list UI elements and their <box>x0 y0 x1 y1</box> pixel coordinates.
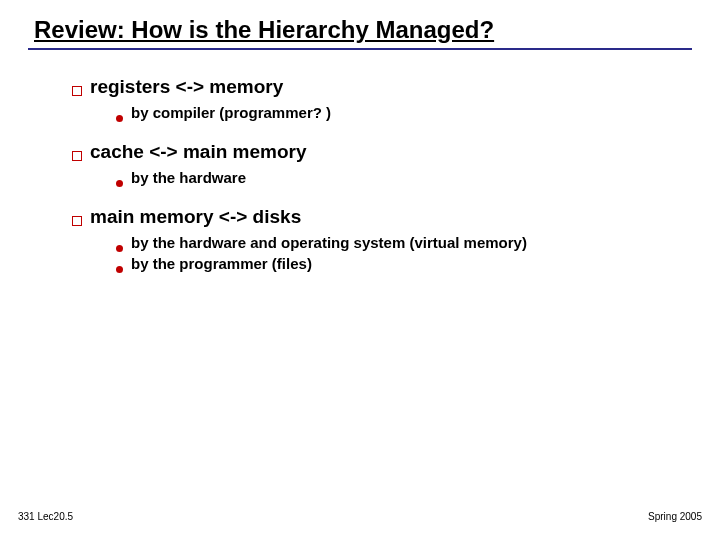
footer-left: 331 Lec20.5 <box>18 511 73 522</box>
square-bullet-icon <box>72 151 82 161</box>
subbullet-row: by the programmer (files) <box>116 255 692 272</box>
bullet-label: main memory <-> disks <box>90 206 301 228</box>
subbullet-row: by compiler (programmer? ) <box>116 104 692 121</box>
bullet-level1: cache <-> main memory <box>72 141 692 163</box>
subbullet-label: by the hardware <box>131 169 246 186</box>
footer-right: Spring 2005 <box>648 511 702 522</box>
dot-bullet-icon <box>116 245 123 252</box>
bullet-level2-group: by compiler (programmer? ) <box>116 104 692 121</box>
bullet-row: cache <-> main memory <box>72 141 692 163</box>
bullet-row: main memory <-> disks <box>72 206 692 228</box>
square-bullet-icon <box>72 86 82 96</box>
bullet-row: registers <-> memory <box>72 76 692 98</box>
slide-footer: 331 Lec20.5 Spring 2005 <box>18 511 702 522</box>
bullet-level2-group: by the hardware <box>116 169 692 186</box>
bullet-level2-group: by the hardware and operating system (vi… <box>116 234 692 272</box>
square-bullet-icon <box>72 216 82 226</box>
bullet-label: cache <-> main memory <box>90 141 307 163</box>
subbullet-label: by the programmer (files) <box>131 255 312 272</box>
dot-bullet-icon <box>116 266 123 273</box>
dot-bullet-icon <box>116 115 123 122</box>
slide-content: Review: How is the Hierarchy Managed? re… <box>0 0 720 272</box>
slide-title: Review: How is the Hierarchy Managed? <box>28 16 692 50</box>
bullet-level1: registers <-> memory <box>72 76 692 98</box>
subbullet-label: by compiler (programmer? ) <box>131 104 331 121</box>
bullet-level1: main memory <-> disks <box>72 206 692 228</box>
subbullet-row: by the hardware <box>116 169 692 186</box>
dot-bullet-icon <box>116 180 123 187</box>
subbullet-label: by the hardware and operating system (vi… <box>131 234 527 251</box>
bullet-label: registers <-> memory <box>90 76 283 98</box>
subbullet-row: by the hardware and operating system (vi… <box>116 234 692 251</box>
